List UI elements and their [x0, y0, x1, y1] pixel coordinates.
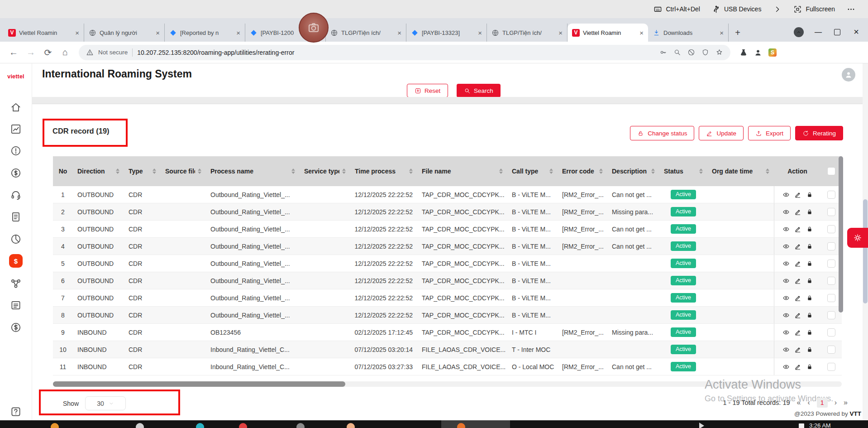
edit-icon[interactable] [794, 277, 801, 284]
row-checkbox[interactable] [827, 363, 835, 371]
lock-icon[interactable] [806, 277, 813, 284]
edit-icon[interactable] [794, 346, 801, 353]
sort-icon[interactable] [339, 168, 346, 174]
lock-icon[interactable] [806, 208, 813, 216]
view-icon[interactable] [782, 260, 790, 267]
browser-update-icon[interactable] [794, 27, 804, 37]
flask-extension-icon[interactable] [739, 48, 748, 57]
blocked-content-icon[interactable] [687, 48, 695, 56]
sidebar-item-finance[interactable] [10, 322, 22, 333]
row-checkbox[interactable] [827, 242, 835, 250]
edit-icon[interactable] [794, 260, 801, 267]
sidebar-item-statistics[interactable] [10, 233, 22, 245]
edit-icon[interactable] [794, 243, 801, 250]
lock-icon[interactable] [806, 243, 813, 250]
search-button[interactable]: Search [457, 84, 501, 97]
sort-icon[interactable] [763, 168, 769, 174]
view-icon[interactable] [782, 208, 790, 216]
usb-devices-button[interactable]: USB Devices [712, 5, 761, 14]
column-header-description[interactable]: Description [607, 156, 659, 186]
lock-icon[interactable] [806, 363, 813, 370]
browser-tab-9[interactable]: Downloads× [648, 24, 729, 42]
fullscreen-button[interactable]: Fullscreen [793, 5, 835, 14]
edit-icon[interactable] [794, 226, 801, 233]
select-all-checkbox[interactable] [827, 167, 835, 175]
row-checkbox[interactable] [827, 328, 835, 337]
column-header-time-process[interactable]: Time process [350, 156, 417, 186]
view-icon[interactable] [782, 277, 790, 284]
sort-icon[interactable] [596, 168, 603, 174]
taskbar-app-icon[interactable] [457, 423, 465, 428]
sort-icon[interactable] [150, 168, 156, 174]
minimize-button[interactable]: — [814, 28, 823, 36]
browser-tab-2[interactable]: Quản lý người× [84, 24, 165, 42]
screen-recorder-bubble[interactable] [299, 13, 329, 43]
sidebar-item-utilities[interactable]: $ [9, 254, 23, 268]
tab-close-icon[interactable]: × [477, 29, 483, 36]
browser-tab-5[interactable]: TLGP/Tiện ích/× [326, 24, 406, 42]
omnibox[interactable]: Not secure 10.207.252.135:8200/roaming-a… [79, 45, 730, 60]
column-header-type[interactable]: Type [124, 156, 161, 186]
security-label[interactable]: Not secure [98, 49, 128, 56]
edit-icon[interactable] [794, 191, 801, 198]
edit-icon[interactable] [794, 208, 801, 216]
edit-icon[interactable] [794, 294, 801, 302]
lock-icon[interactable] [806, 346, 813, 353]
column-header-process-name[interactable]: Process name [206, 156, 300, 186]
browser-tab-7[interactable]: TLGP/Tiện ích/× [487, 24, 568, 42]
settings-fab[interactable] [847, 228, 868, 248]
view-icon[interactable] [782, 346, 790, 353]
change-status-button[interactable]: Change status [630, 126, 694, 140]
sidebar-item-feedback[interactable] [10, 406, 22, 418]
tab-close-icon[interactable]: × [558, 29, 563, 36]
lock-icon[interactable] [806, 260, 813, 267]
row-checkbox[interactable] [827, 191, 835, 199]
tab-close-icon[interactable]: × [235, 29, 241, 36]
view-icon[interactable] [782, 329, 790, 336]
rerating-button[interactable]: Rerating [795, 126, 843, 140]
edit-icon[interactable] [794, 329, 801, 336]
browser-tab-6[interactable]: [PAYBI-13323]× [406, 24, 487, 42]
s-extension-icon[interactable]: S [768, 48, 777, 57]
sort-icon[interactable] [649, 168, 655, 174]
lock-icon[interactable] [806, 191, 813, 198]
column-header-status[interactable]: Status [659, 156, 707, 186]
close-window-button[interactable]: × [852, 27, 861, 37]
view-icon[interactable] [782, 312, 790, 319]
lock-icon[interactable] [806, 226, 813, 233]
expand-toolbar-button[interactable] [773, 5, 782, 14]
last-page-button[interactable]: » [844, 399, 848, 407]
new-tab-button[interactable]: + [731, 26, 744, 39]
row-checkbox[interactable] [827, 260, 835, 268]
taskbar-app-icon[interactable] [196, 423, 204, 428]
row-checkbox[interactable] [827, 311, 835, 319]
sidebar-item-reports[interactable] [10, 123, 22, 135]
forward-button[interactable]: → [24, 45, 38, 60]
taskbar-app-icon[interactable] [347, 423, 355, 428]
browser-tab-1[interactable]: VViettel Roamin× [4, 24, 84, 42]
view-icon[interactable] [782, 294, 790, 302]
taskbar-app-icon[interactable] [239, 423, 247, 428]
sidebar-item-documents[interactable] [10, 211, 22, 223]
view-icon[interactable] [782, 243, 790, 250]
prev-page-button[interactable]: ‹ [807, 399, 810, 407]
home-button[interactable]: ⌂ [58, 45, 72, 60]
column-header-error-code[interactable]: Error code [558, 156, 607, 186]
tab-close-icon[interactable]: × [639, 29, 644, 36]
column-header-call-type[interactable]: Call type [507, 156, 558, 186]
table-vertical-scrollbar[interactable] [839, 156, 843, 371]
sidebar-item-charging[interactable] [10, 167, 22, 179]
tab-close-icon[interactable]: × [74, 29, 80, 36]
view-icon[interactable] [782, 226, 790, 233]
tab-close-icon[interactable]: × [396, 29, 402, 36]
zoom-icon[interactable] [673, 48, 681, 56]
sort-icon[interactable] [696, 168, 703, 174]
tab-close-icon[interactable]: × [719, 29, 725, 36]
view-icon[interactable] [782, 191, 790, 198]
current-page-button[interactable]: 1 [817, 398, 828, 408]
url-text[interactable]: 10.207.252.135:8200/roaming-app/utilitie… [137, 49, 655, 56]
column-header-direction[interactable]: Direction [73, 156, 124, 186]
refresh-button[interactable]: ⟳ [41, 45, 55, 60]
update-button[interactable]: Update [699, 126, 744, 140]
row-checkbox[interactable] [827, 208, 835, 216]
